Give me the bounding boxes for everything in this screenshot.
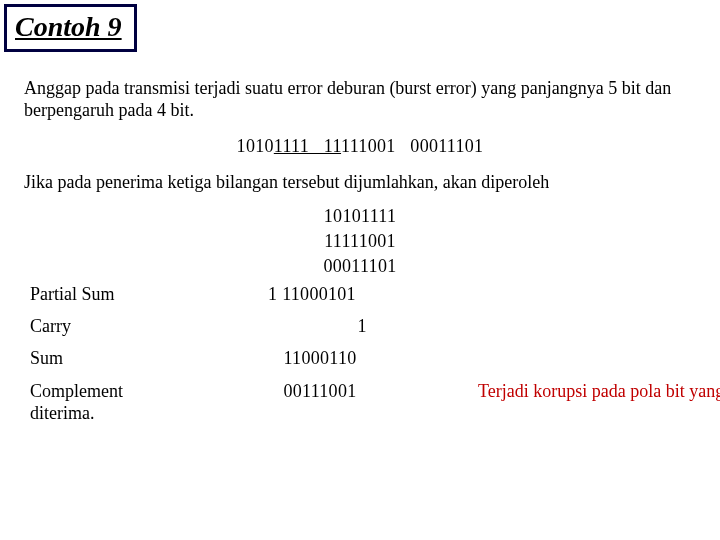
label-complement: Complement diterima. (30, 380, 180, 425)
label-sum: Sum (30, 348, 180, 370)
row-partial-sum: Partial Sum 1 11000101 (30, 284, 696, 306)
value-partial-sum: 1 11000101 (172, 284, 452, 306)
bits-tail: 111001 00011101 (341, 136, 483, 156)
bits-plain: 1010 (237, 136, 274, 156)
row-complement: Complement diterima. 00111001 Terjadi ko… (30, 380, 696, 425)
document-body: Anggap pada transmisi terjadi suatu erro… (0, 52, 720, 425)
addend-2: 11111001 (24, 231, 696, 253)
document-page: Contoh 9 Anggap pada transmisi terjadi s… (0, 0, 720, 425)
row-sum: Sum 11000110 (30, 348, 696, 370)
label-partial-sum: Partial Sum (30, 284, 180, 306)
value-sum: 11000110 (180, 348, 460, 370)
sum-paragraph: Jika pada penerima ketiga bilangan terse… (24, 172, 696, 194)
example-title: Contoh 9 (15, 11, 122, 42)
result-rows: Partial Sum 1 11000101 Carry 1 Sum 11000… (24, 284, 696, 425)
row-carry: Carry 1 (30, 316, 696, 338)
label-carry: Carry (30, 316, 180, 338)
corruption-note: Terjadi korupsi pada pola bit yang (478, 381, 720, 403)
intro-paragraph: Anggap pada transmisi terjadi suatu erro… (24, 78, 696, 122)
title-box: Contoh 9 (4, 4, 137, 52)
addend-1: 10101111 (24, 206, 696, 228)
three-bit-words: 10101111 11111001 00011101 (24, 136, 696, 158)
value-complement: 00111001 (180, 381, 460, 403)
value-carry: 1 (180, 316, 460, 338)
addends-stack: 10101111 11111001 00011101 (24, 206, 696, 278)
bits-underlined: 1111 11 (274, 136, 341, 156)
addend-3: 00011101 (24, 256, 696, 278)
